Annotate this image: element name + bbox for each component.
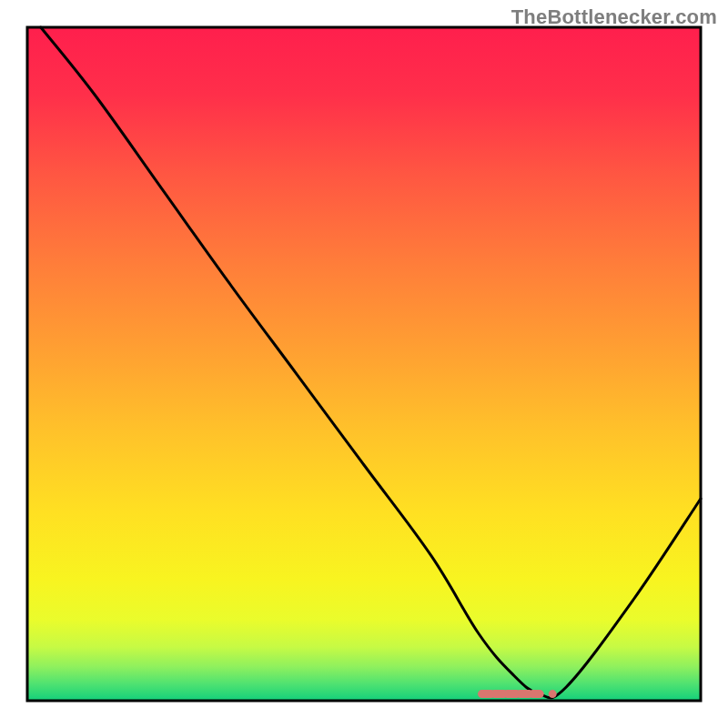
plot-background xyxy=(27,27,701,701)
chart-wrapper: TheBottlenecker.com xyxy=(0,0,728,728)
bottleneck-chart xyxy=(0,0,728,728)
svg-point-1 xyxy=(549,690,557,698)
